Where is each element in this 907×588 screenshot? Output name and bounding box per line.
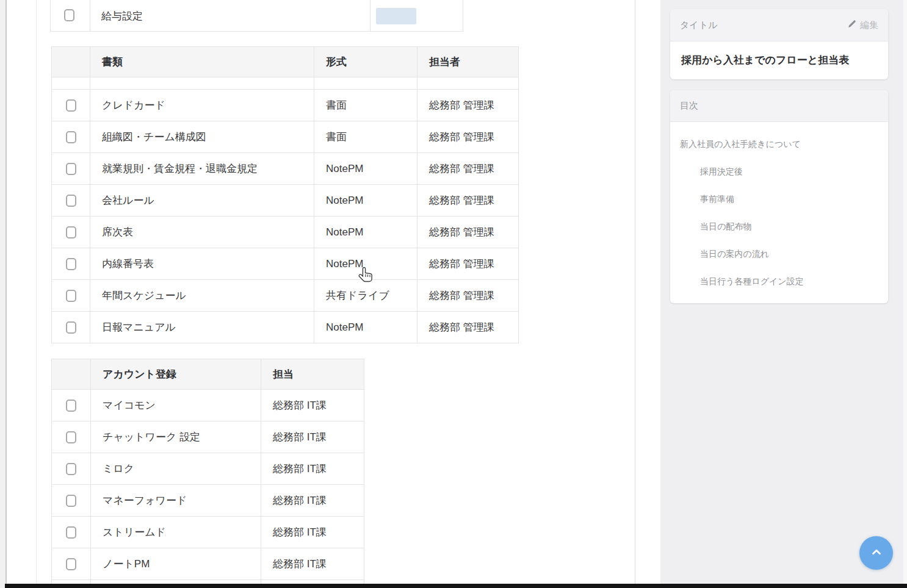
row-checkbox[interactable] bbox=[66, 131, 76, 143]
owner-value[interactable]: 総務部 管理課 bbox=[417, 185, 519, 217]
edit-title-button[interactable]: 編集 bbox=[847, 20, 878, 31]
header-checkbox-col bbox=[52, 359, 91, 390]
table-row: 会社ルール NotePM 総務部 管理課 bbox=[52, 185, 519, 217]
table-row: 年間スケジュール 共有ドライブ 総務部 管理課 bbox=[52, 280, 519, 312]
row-checkbox[interactable] bbox=[66, 463, 76, 475]
toc-list: 新入社員の入社手続きについて 採用決定後 事前準備 当日の配布物 当日の案内の流… bbox=[670, 122, 888, 295]
table-row: 日報マニュアル NotePM 総務部 管理課 bbox=[52, 312, 519, 343]
format-link[interactable]: NotePM bbox=[314, 153, 417, 185]
salary-settings-row: 給与設定 bbox=[50, 0, 463, 32]
page-title: 採用から入社までのフローと担当表 bbox=[670, 41, 888, 79]
header-format: 形式 bbox=[314, 47, 417, 77]
left-edge-strip bbox=[0, 0, 7, 588]
pencil-icon bbox=[847, 20, 856, 30]
row-checkbox[interactable] bbox=[66, 226, 76, 238]
document-name: 組織図・チーム構成図 bbox=[90, 121, 314, 153]
toc-item[interactable]: 事前準備 bbox=[670, 185, 888, 213]
toc-item[interactable]: 当日行う各種ログイン設定 bbox=[670, 268, 888, 295]
documents-header-row: 書類 形式 担当者 bbox=[52, 47, 519, 77]
owner-value[interactable]: 総務部 管理課 bbox=[417, 248, 519, 280]
toc-card: 目次 新入社員の入社手続きについて 採用決定後 事前準備 当日の配布物 当日の案… bbox=[670, 90, 888, 303]
document-name: 内線番号表 bbox=[90, 248, 314, 280]
title-card-header: タイトル 編集 bbox=[670, 9, 888, 41]
row-checkbox[interactable] bbox=[66, 321, 76, 334]
row-checkbox[interactable] bbox=[66, 163, 76, 175]
table-row: ストリームド 総務部 IT課 bbox=[52, 517, 364, 548]
owner-value[interactable]: 総務部 管理課 bbox=[417, 217, 519, 248]
owner-value[interactable]: 総務部 管理課 bbox=[417, 90, 519, 121]
table-row: ノートPM 総務部 IT課 bbox=[52, 548, 364, 580]
toc-card-header: 目次 bbox=[670, 90, 888, 122]
spacer-row bbox=[52, 77, 519, 90]
bottom-black-bar bbox=[5, 584, 907, 588]
page: 給与設定 書類 形式 担当者 クレドカード 書面 総務部 管理課 組織図・チーム… bbox=[0, 0, 907, 588]
account-name: マネーフォワード bbox=[91, 485, 261, 517]
format-link[interactable]: NotePM bbox=[314, 185, 417, 217]
toc-item[interactable]: 当日の配布物 bbox=[670, 213, 888, 240]
row-checkbox[interactable] bbox=[66, 495, 76, 507]
checkbox-cell bbox=[51, 0, 90, 32]
row-checkbox[interactable] bbox=[66, 258, 76, 270]
row-checkbox[interactable] bbox=[66, 400, 76, 412]
toc-item[interactable]: 採用決定後 bbox=[670, 158, 888, 185]
format-link-hovered[interactable]: NotePM bbox=[314, 248, 417, 280]
owner-value[interactable]: 総務部 IT課 bbox=[261, 453, 364, 485]
owner-value[interactable]: 総務部 IT課 bbox=[261, 485, 364, 517]
document-name: 年間スケジュール bbox=[90, 280, 314, 312]
right-edge-strip bbox=[903, 0, 907, 584]
document-name: 会社ルール bbox=[90, 185, 314, 217]
row-checkbox[interactable] bbox=[66, 195, 76, 207]
edit-label: 編集 bbox=[860, 20, 878, 31]
table-row: チャットワーク 設定 総務部 IT課 bbox=[52, 421, 364, 453]
toc-item[interactable]: 当日の案内の流れ bbox=[670, 240, 888, 268]
table-row: クレドカード 書面 総務部 管理課 bbox=[52, 90, 519, 121]
table-row: ミロク 総務部 IT課 bbox=[52, 453, 364, 485]
table-row: マイコモン 総務部 IT課 bbox=[52, 390, 364, 421]
scroll-to-top-button[interactable] bbox=[859, 536, 893, 570]
owner-value[interactable]: 総務部 管理課 bbox=[417, 153, 519, 185]
row-checkbox[interactable] bbox=[66, 558, 76, 570]
redacted-cell bbox=[376, 8, 416, 24]
format-link[interactable]: 共有ドライブ bbox=[314, 280, 417, 312]
owner-value[interactable]: 総務部 IT課 bbox=[261, 548, 364, 580]
owner-value[interactable]: 総務部 IT課 bbox=[261, 517, 364, 548]
row-checkbox[interactable] bbox=[66, 526, 76, 539]
chevron-up-icon bbox=[870, 545, 883, 561]
row-label: 給与設定 bbox=[90, 0, 370, 32]
format-value: 書面 bbox=[314, 121, 417, 153]
account-name: ノートPM bbox=[91, 548, 261, 580]
table-row: 席次表 NotePM 総務部 管理課 bbox=[52, 217, 519, 248]
account-name: ストリームド bbox=[91, 517, 261, 548]
owner-value[interactable]: 総務部 管理課 bbox=[417, 312, 519, 343]
account-name: マイコモン bbox=[91, 390, 261, 421]
account-name: ミロク bbox=[91, 453, 261, 485]
account-name: チャットワーク 設定 bbox=[91, 421, 261, 453]
content-left-border bbox=[36, 0, 37, 584]
table-row: マネーフォワード 総務部 IT課 bbox=[52, 485, 364, 517]
table-row: 内線番号表 NotePM 総務部 管理課 bbox=[52, 248, 519, 280]
format-value: NotePM bbox=[314, 217, 417, 248]
table-row: 就業規則・賃金規程・退職金規定 NotePM 総務部 管理課 bbox=[52, 153, 519, 185]
header-name: 書類 bbox=[90, 47, 314, 77]
header-name: アカウント登録 bbox=[91, 359, 261, 390]
row-checkbox[interactable] bbox=[66, 431, 76, 443]
accounts-header-row: アカウント登録 担当 bbox=[52, 359, 364, 390]
owner-value[interactable]: 総務部 管理課 bbox=[417, 121, 519, 153]
title-card-label: タイトル bbox=[680, 20, 717, 31]
row-checkbox[interactable] bbox=[64, 9, 74, 21]
document-name: クレドカード bbox=[90, 90, 314, 121]
header-owner: 担当者 bbox=[417, 47, 519, 77]
toc-item[interactable]: 新入社員の入社手続きについて bbox=[670, 131, 888, 158]
format-link[interactable]: NotePM bbox=[314, 312, 417, 343]
row-checkbox[interactable] bbox=[66, 99, 76, 112]
header-checkbox-col bbox=[52, 47, 90, 77]
documents-table: 書類 形式 担当者 クレドカード 書面 総務部 管理課 組織図・チーム構成図 書… bbox=[51, 46, 519, 343]
owner-value[interactable]: 総務部 IT課 bbox=[261, 390, 364, 421]
format-value: 書面 bbox=[314, 90, 417, 121]
owner-value[interactable]: 総務部 管理課 bbox=[417, 280, 519, 312]
accounts-table: アカウント登録 担当 マイコモン 総務部 IT課 チャットワーク 設定 総務部 … bbox=[51, 359, 364, 588]
row-checkbox[interactable] bbox=[66, 290, 76, 302]
owner-value[interactable]: 総務部 IT課 bbox=[261, 421, 364, 453]
title-card: タイトル 編集 採用から入社までのフローと担当表 bbox=[670, 9, 888, 79]
document-name: 就業規則・賃金規程・退職金規定 bbox=[90, 153, 314, 185]
